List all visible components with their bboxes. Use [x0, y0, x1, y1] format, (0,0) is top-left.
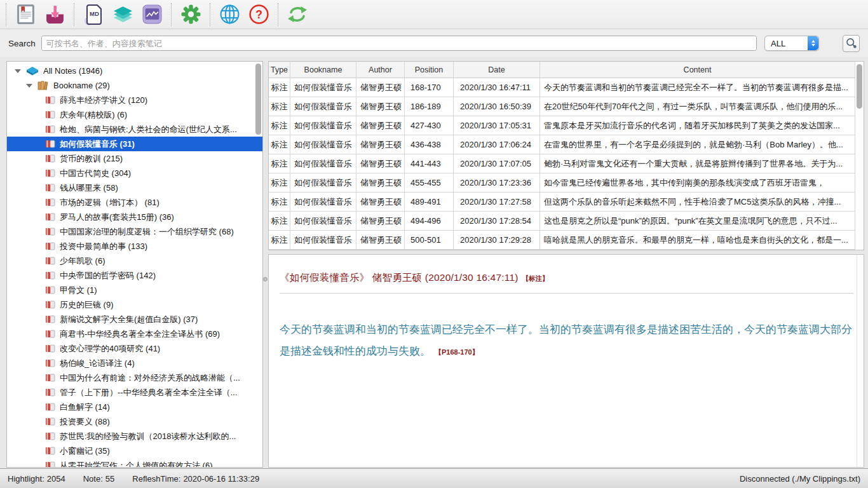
disclosure-triangle-icon[interactable]	[15, 69, 21, 73]
tree-item-book[interactable]: 钱从哪里来 (58)	[7, 180, 262, 195]
tree-item-book[interactable]: 小窗幽记 (35)	[7, 444, 262, 458]
search-input[interactable]	[41, 36, 757, 51]
cell-content: 如今雷鬼已经传遍世界各地，其中传到南美的那条线演变成了西班牙语雷鬼，	[540, 173, 855, 192]
column-header-date[interactable]: Date	[454, 62, 540, 78]
column-header-position[interactable]: Position	[405, 62, 454, 78]
filter-dropdown[interactable]: ALL	[764, 36, 819, 51]
table-row[interactable]: 标注 如何假装懂音乐 储智勇王硕 500-501 2020/1/30 17:29…	[269, 231, 855, 250]
table-row[interactable]: 标注 如何假装懂音乐 储智勇王硕 455-455 2020/1/30 17:23…	[269, 173, 855, 193]
book-icon	[45, 198, 55, 207]
book-icon	[45, 227, 55, 236]
column-header-bookname[interactable]: Bookname	[290, 62, 356, 78]
statistics-button[interactable]	[139, 2, 165, 27]
search-button[interactable]	[843, 35, 860, 52]
tree-item-book[interactable]: 中国国家治理的制度逻辑：一个组织学研究 (68)	[7, 224, 262, 239]
cell-content: 嘻哈就是黑人的朋克音乐。和最早的朋克一样，嘻哈也是来自街头的文化，都是一...	[540, 231, 855, 249]
tree-item-label: 如何假装懂音乐 (31)	[60, 139, 135, 150]
column-header-type[interactable]: Type	[269, 62, 290, 78]
statistics-icon	[142, 4, 162, 24]
tree-item-book[interactable]: 货币的教训 (215)	[7, 151, 262, 166]
book-tree: All Notes (1946) Bookname (29) 薛	[7, 62, 262, 468]
tree-item-book[interactable]: 管子（上下册）--中华经典名著全本全注全译（...	[7, 385, 262, 400]
book-icon	[45, 432, 55, 440]
column-header-content[interactable]: Content	[540, 62, 855, 78]
book-icon	[45, 96, 55, 104]
tree-item-book[interactable]: 市场的逻辑（增订本） (81)	[7, 195, 262, 210]
connection-status: Disconnected (./My Clippings.txt)	[740, 474, 860, 484]
language-button[interactable]	[217, 2, 242, 27]
toolbar: MD	[0, 0, 868, 29]
tree-item-book[interactable]: 罗马人的故事(套装共15册) (36)	[7, 210, 262, 224]
clippings-document-button[interactable]	[13, 2, 38, 27]
tree-item-book[interactable]: 薛兆丰经济学讲义 (120)	[7, 93, 262, 107]
tree-item-book[interactable]: 中国为什么有前途：对外经济关系的战略潜能（...	[7, 370, 262, 385]
cell-date: 2020/1/30 17:27:58	[454, 193, 540, 211]
tree-item-all-notes[interactable]: All Notes (1946)	[7, 64, 262, 78]
disclosure-triangle-icon[interactable]	[26, 84, 32, 88]
note-detail-header: 《如何假装懂音乐》 储智勇王硕 (2020/1/30 16:47:11)【标注】	[280, 271, 853, 285]
cell-author: 储智勇王硕	[356, 135, 405, 154]
svg-text:?: ?	[255, 8, 262, 21]
cell-type: 标注	[269, 97, 290, 116]
cell-date: 2020/1/30 17:05:31	[454, 116, 540, 135]
tree-item-book[interactable]: 中央帝国的哲学密码 (142)	[7, 268, 262, 283]
tree-item-book[interactable]: 苏世民:我的经验与教训（2018读桥水达利欧的...	[7, 429, 262, 444]
tree-item-book[interactable]: 商君书-中华经典名著全本全注全译丛书 (69)	[7, 327, 262, 341]
tree-item-book[interactable]: 投资中最简单的事 (133)	[7, 239, 262, 254]
table-row[interactable]: 标注 如何假装懂音乐 储智勇王硕 494-496 2020/1/30 17:28…	[269, 212, 855, 231]
cell-position: 436-438	[405, 135, 454, 154]
tree-item-book[interactable]: 新编说文解字大全集(超值白金版) (37)	[7, 312, 262, 327]
detail-scrollbar-track[interactable]	[857, 255, 864, 467]
book-icon	[45, 388, 55, 396]
table-row[interactable]: 标注 如何假装懂音乐 储智勇王硕 186-189 2020/1/30 16:50…	[269, 97, 855, 116]
book-icon	[45, 169, 55, 177]
tree-item-book[interactable]: 枪炮、病菌与钢铁:人类社会的命运(世纪人文系...	[7, 122, 262, 137]
tree-item-bookname-group[interactable]: Bookname (29)	[7, 78, 262, 93]
cell-content: 鲍勃·马利对雷鬼文化还有一个重大贡献，就是将脏辫传播到了世界各地。关于为...	[540, 154, 855, 173]
cell-position: 186-189	[405, 97, 454, 116]
cell-bookname: 如何假装懂音乐	[290, 154, 356, 173]
table-row[interactable]: 标注 如何假装懂音乐 储智勇王硕 436-438 2020/1/30 17:06…	[269, 135, 855, 154]
tree-item-book[interactable]: 如何假装懂音乐 (31)	[7, 137, 262, 151]
tree-item-book[interactable]: 历史的巨镜 (9)	[7, 297, 262, 312]
tree-item-label: 中国为什么有前途：对外经济关系的战略潜能（...	[60, 372, 240, 384]
column-header-author[interactable]: Author	[356, 62, 405, 78]
table-row[interactable]: 标注 如何假装懂音乐 储智勇王硕 168-170 2020/1/30 16:47…	[269, 78, 855, 97]
tree-item-book[interactable]: 甲骨文 (1)	[7, 283, 262, 297]
tree-item-book[interactable]: 改变心理学的40项研究 (41)	[7, 341, 262, 356]
tree-item-book[interactable]: 少年凯歌 (6)	[7, 254, 262, 268]
tree-item-label: 货币的教训 (215)	[60, 153, 123, 165]
book-icon	[45, 184, 55, 192]
tree-item-book[interactable]: 庆余年(精校版) (6)	[7, 107, 262, 122]
tree-item-book[interactable]: 中国古代简史 (304)	[7, 166, 262, 180]
cell-position: 427-430	[405, 116, 454, 135]
book-icon	[45, 271, 55, 280]
tree-item-book[interactable]: 从零开始学写作：个人增值的有效方法 (6)	[7, 458, 262, 468]
cell-bookname: 如何假装懂音乐	[290, 78, 356, 97]
tree-item-book[interactable]: 投资要义 (88)	[7, 414, 262, 429]
settings-button[interactable]	[178, 2, 203, 27]
markdown-export-button[interactable]: MD	[81, 2, 106, 27]
tree-item-book[interactable]: 白鱼解字 (14)	[7, 400, 262, 414]
book-icon	[45, 154, 55, 163]
table-scrollbar-thumb[interactable]	[857, 64, 862, 109]
tree-item-label: 改变心理学的40项研究 (41)	[60, 343, 160, 355]
help-button[interactable]: ?	[246, 2, 271, 27]
table-row[interactable]: 标注 如何假装懂音乐 储智勇王硕 427-430 2020/1/30 17:05…	[269, 116, 855, 135]
tree-item-label: 中国国家治理的制度逻辑：一个组织学研究 (68)	[60, 226, 234, 238]
cell-author: 储智勇王硕	[356, 173, 405, 192]
import-button[interactable]	[42, 2, 67, 27]
book-icon	[45, 140, 55, 148]
tree-scrollbar-thumb[interactable]	[255, 64, 261, 135]
refresh-sync-icon	[287, 4, 308, 24]
tree-item-book[interactable]: 杨伯峻_论语译注 (4)	[7, 356, 262, 370]
refresh-button[interactable]	[285, 2, 310, 27]
table-row[interactable]: 标注 如何假装懂音乐 储智勇王硕 489-491 2020/1/30 17:27…	[269, 193, 855, 212]
toolbar-separator	[278, 3, 278, 26]
cell-date: 2020/1/30 17:07:05	[454, 154, 540, 173]
cell-date: 2020/1/30 17:29:28	[454, 231, 540, 249]
tree-item-label: 中国古代简史 (304)	[60, 168, 131, 179]
splitter-handle[interactable]	[263, 277, 268, 281]
table-row[interactable]: 标注 如何假装懂音乐 储智勇王硕 441-443 2020/1/30 17:07…	[269, 154, 855, 173]
layers-button[interactable]	[110, 2, 135, 27]
